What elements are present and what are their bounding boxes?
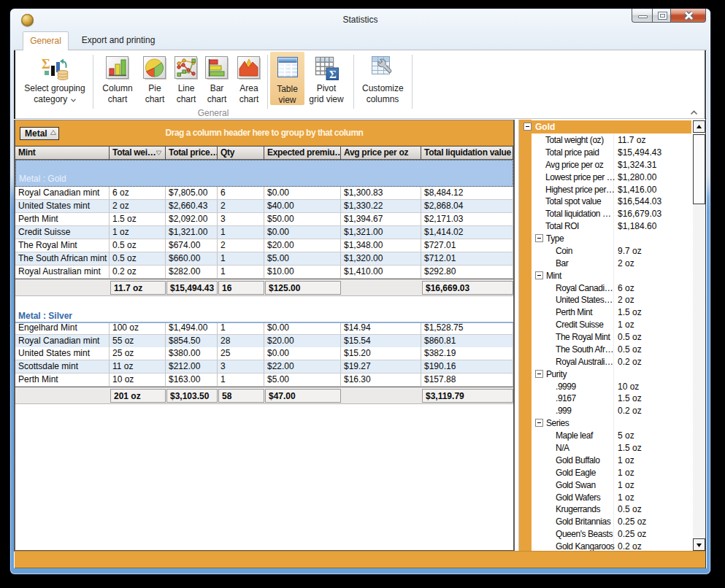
svg-text:Σ: Σ bbox=[329, 69, 337, 80]
svg-text:Σ: Σ bbox=[42, 57, 50, 71]
